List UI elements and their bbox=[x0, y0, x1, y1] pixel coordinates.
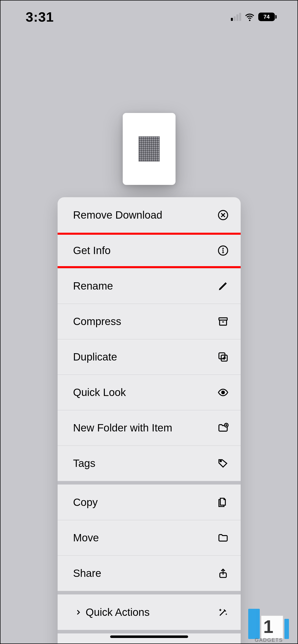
remove-download-icon bbox=[217, 209, 229, 221]
menu-label: Share bbox=[73, 567, 101, 579]
menu-label: Tags bbox=[73, 457, 96, 469]
status-right: 74 bbox=[231, 12, 275, 22]
file-preview-card[interactable] bbox=[123, 113, 176, 185]
menu-item-share[interactable]: Share bbox=[58, 555, 241, 591]
menu-item-remove-download[interactable]: Remove Download bbox=[58, 197, 241, 233]
svg-rect-6 bbox=[223, 250, 223, 253]
status-time: 3:31 bbox=[26, 9, 54, 25]
status-bar: 3:31 74 bbox=[1, 1, 297, 33]
eye-icon bbox=[217, 386, 229, 398]
menu-item-tags[interactable]: Tags bbox=[58, 446, 241, 481]
menu-group-quick-actions: Quick Actions bbox=[58, 594, 241, 630]
menu-item-quick-actions[interactable]: Quick Actions bbox=[58, 594, 241, 630]
menu-label: Get Info bbox=[73, 245, 111, 257]
menu-item-copy[interactable]: Copy bbox=[58, 485, 241, 520]
watermark: GADGETS bbox=[244, 603, 294, 643]
menu-item-delete[interactable]: Delete bbox=[58, 633, 241, 644]
menu-label: Remove Download bbox=[73, 209, 162, 221]
menu-group-transfer: Copy Move Share bbox=[58, 485, 241, 591]
svg-point-15 bbox=[222, 391, 224, 394]
menu-item-new-folder[interactable]: New Folder with Item bbox=[58, 410, 241, 446]
menu-label: Quick Actions bbox=[86, 606, 150, 618]
menu-label: Copy bbox=[73, 496, 98, 508]
battery-icon: 74 bbox=[258, 13, 275, 21]
menu-group-file-actions: Remove Download Get Info Rename Compress bbox=[58, 197, 241, 481]
menu-item-get-info[interactable]: Get Info bbox=[58, 233, 241, 268]
svg-point-4 bbox=[223, 248, 223, 249]
menu-label: Quick Look bbox=[73, 386, 126, 398]
menu-item-duplicate[interactable]: Duplicate bbox=[58, 339, 241, 375]
menu-item-move[interactable]: Move bbox=[58, 520, 241, 555]
pencil-icon bbox=[217, 280, 229, 292]
menu-item-rename[interactable]: Rename bbox=[58, 268, 241, 304]
wifi-icon bbox=[245, 12, 255, 22]
chevron-right-icon bbox=[73, 609, 83, 616]
cellular-signal-icon bbox=[231, 13, 241, 21]
file-thumbnail bbox=[139, 136, 160, 162]
info-icon bbox=[217, 245, 229, 257]
menu-label: Compress bbox=[73, 315, 121, 328]
duplicate-icon bbox=[217, 351, 229, 363]
battery-level: 74 bbox=[264, 14, 270, 20]
svg-point-19 bbox=[220, 460, 221, 462]
new-folder-icon bbox=[217, 422, 229, 434]
magic-wand-icon bbox=[217, 606, 229, 618]
menu-item-compress[interactable]: Compress bbox=[58, 304, 241, 339]
context-menu: Remove Download Get Info Rename Compress bbox=[58, 197, 241, 644]
menu-label: Move bbox=[73, 532, 99, 544]
copy-icon bbox=[217, 496, 229, 508]
menu-group-delete: Delete bbox=[58, 633, 241, 644]
svg-rect-7 bbox=[222, 252, 224, 253]
archive-icon bbox=[217, 315, 229, 328]
watermark-text: GADGETS bbox=[244, 637, 294, 643]
share-icon bbox=[217, 567, 229, 579]
menu-label: Rename bbox=[73, 280, 113, 292]
menu-item-quick-look[interactable]: Quick Look bbox=[58, 375, 241, 410]
svg-rect-9 bbox=[220, 320, 227, 325]
menu-label: New Folder with Item bbox=[73, 422, 172, 434]
tag-icon bbox=[217, 457, 229, 469]
folder-icon bbox=[217, 532, 229, 544]
menu-label: Duplicate bbox=[73, 351, 117, 363]
home-indicator bbox=[110, 635, 188, 638]
